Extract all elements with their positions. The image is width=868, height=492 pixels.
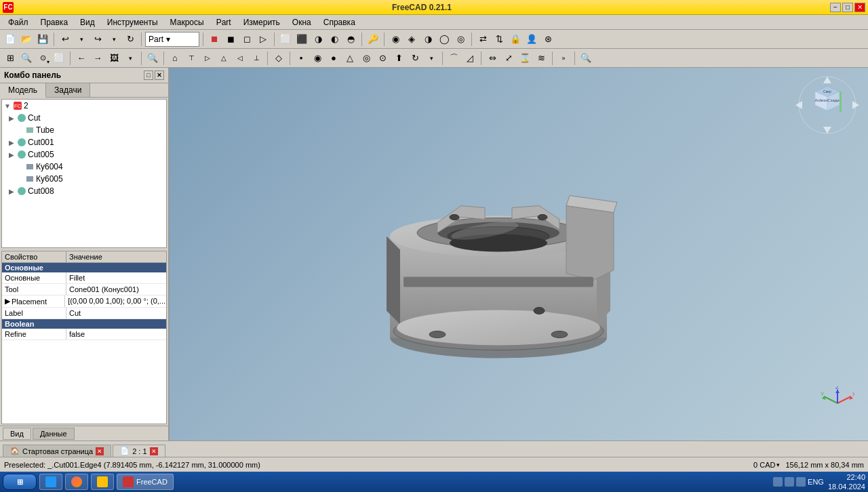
- tab-view[interactable]: Вид: [3, 428, 31, 440]
- tab-start-page[interactable]: 🏠 Стартовая страница ✕: [3, 445, 111, 457]
- overflow-btn[interactable]: »: [556, 51, 571, 66]
- chamfer-btn[interactable]: ◿: [462, 51, 477, 66]
- bool-btn3[interactable]: ◑: [420, 32, 435, 47]
- close-model-tab[interactable]: ✕: [150, 447, 158, 455]
- stop-button[interactable]: ⏹: [207, 32, 222, 47]
- view-btn2[interactable]: ⬛: [294, 32, 309, 47]
- workbench-dropdown[interactable]: Part ▾: [145, 32, 199, 47]
- combo-header-controls[interactable]: □ ✕: [144, 70, 164, 80]
- props-row-refine[interactable]: Refine false: [2, 329, 166, 340]
- props-row-tool[interactable]: Tool Cone001 (Конус001): [2, 284, 166, 295]
- menu-tools[interactable]: Инструменты: [102, 16, 163, 28]
- bool-btn2[interactable]: ◈: [404, 32, 419, 47]
- menu-windows[interactable]: Окна: [287, 16, 317, 28]
- tree-item-tube[interactable]: Tube: [2, 124, 166, 136]
- zoom-fit-button[interactable]: ⊞: [3, 51, 18, 66]
- menu-view[interactable]: Вид: [75, 16, 100, 28]
- bool-btn5[interactable]: ◎: [453, 32, 468, 47]
- extrude-btn[interactable]: ⬆: [391, 51, 406, 66]
- refresh-button[interactable]: ↻: [123, 32, 138, 47]
- 3d-view-button[interactable]: 🖼: [106, 51, 121, 66]
- toggle-cut005[interactable]: ▶: [7, 151, 16, 159]
- redo-dropdown[interactable]: ▾: [106, 32, 121, 47]
- taskbar-app-filemanager[interactable]: [91, 474, 114, 490]
- view-btn5[interactable]: ◓: [343, 32, 358, 47]
- view-btn1[interactable]: ⬜: [278, 32, 293, 47]
- view-home[interactable]: ⌂: [167, 51, 182, 66]
- zoom-btn[interactable]: 🔍: [145, 51, 160, 66]
- combo-close-button[interactable]: ✕: [155, 70, 164, 80]
- tab-model[interactable]: Модель: [0, 83, 46, 98]
- tube-btn[interactable]: ⊙: [375, 51, 390, 66]
- toggle-cut[interactable]: ▶: [7, 115, 16, 122]
- nav-btn1[interactable]: ⇄: [475, 32, 490, 47]
- props-row-osnovnye[interactable]: Основные Fillet: [2, 272, 166, 284]
- close-button[interactable]: ✕: [854, 3, 865, 12]
- menu-part[interactable]: Part: [211, 16, 237, 28]
- redo-button[interactable]: ↪: [90, 32, 105, 47]
- view-bottom[interactable]: ⊥: [249, 51, 264, 66]
- menu-edit[interactable]: Правка: [35, 16, 74, 28]
- tree-item-cut005[interactable]: ▶ Cut005: [2, 148, 166, 161]
- sphere-btn[interactable]: ●: [326, 51, 341, 66]
- misc-btn1[interactable]: 🔑: [366, 32, 380, 47]
- view-btn4[interactable]: ◐: [327, 32, 342, 47]
- tree-item-ky6005[interactable]: Ку6005: [2, 173, 166, 185]
- undo-button[interactable]: ↩: [58, 32, 73, 47]
- view-left[interactable]: ◁: [233, 51, 248, 66]
- start-button[interactable]: ⊞: [3, 474, 37, 490]
- tree-item-cut008[interactable]: ▶ Cut008: [2, 185, 166, 197]
- maximize-button[interactable]: □: [842, 3, 853, 12]
- snap-btn[interactable]: ◇: [271, 51, 286, 66]
- tab-tasks[interactable]: Задачи: [46, 83, 90, 97]
- save-button[interactable]: 💾: [35, 32, 50, 47]
- toggle-cut008[interactable]: ▶: [7, 188, 16, 195]
- tab-model-view[interactable]: 📄 2 : 1 ✕: [113, 445, 165, 457]
- taskbar-app-firefox[interactable]: [65, 474, 88, 490]
- menu-file[interactable]: Файл: [3, 16, 34, 28]
- tree-item-cut001[interactable]: ▶ Cut001: [2, 136, 166, 148]
- view-right[interactable]: ▷: [200, 51, 215, 66]
- nav-btn4[interactable]: 👤: [524, 32, 539, 47]
- back-button[interactable]: ←: [74, 51, 89, 66]
- toggle-cut001[interactable]: ▶: [7, 139, 16, 146]
- box-sel-button[interactable]: ⬜: [52, 51, 66, 66]
- menu-macros[interactable]: Макросы: [165, 16, 210, 28]
- revolve-btn[interactable]: ↻: [408, 51, 422, 66]
- tree-item-ky6004[interactable]: Ку6004: [2, 161, 166, 173]
- nav-btn5[interactable]: ⊛: [540, 32, 555, 47]
- window-controls[interactable]: − □ ✕: [830, 3, 865, 12]
- forward-button[interactable]: →: [90, 51, 105, 66]
- taskbar-app-freecad[interactable]: FreeCAD: [117, 474, 174, 490]
- cone-btn[interactable]: △: [342, 51, 357, 66]
- loft-btn[interactable]: ⌛: [517, 51, 532, 66]
- mirror-btn[interactable]: ⇔: [485, 51, 500, 66]
- fillet-btn[interactable]: ⌒: [446, 51, 461, 66]
- view-btn3[interactable]: ◑: [311, 32, 326, 47]
- combo-restore-button[interactable]: □: [144, 70, 153, 80]
- props-row-label[interactable]: Label Cut: [2, 308, 166, 319]
- bool-btn1[interactable]: ◉: [388, 32, 403, 47]
- view-front[interactable]: △: [216, 51, 231, 66]
- minimize-button[interactable]: −: [830, 3, 841, 12]
- part-btn3[interactable]: ▷: [256, 32, 271, 47]
- view-top[interactable]: ⊤: [184, 51, 199, 66]
- cad-dropdown[interactable]: ▾: [776, 462, 780, 468]
- tree-item-root[interactable]: ▼ FC 2: [2, 100, 166, 112]
- box-btn[interactable]: ▪: [294, 51, 309, 66]
- nav-cube[interactable]: Ardeso Сзади Свер: [793, 75, 861, 136]
- sweep-btn[interactable]: ≋: [534, 51, 549, 66]
- zoom-sel-button[interactable]: ⊙▾: [35, 51, 50, 66]
- part-btn1[interactable]: ◼: [223, 32, 238, 47]
- zoom-fit2-button[interactable]: 🔍: [19, 51, 34, 66]
- system-clock[interactable]: 22:40 18.04.2024: [828, 472, 865, 492]
- viewport-3d[interactable]: Ardeso Сзади Свер: [170, 68, 868, 440]
- cad-status[interactable]: 0 CAD ▾: [753, 461, 780, 469]
- tree-view[interactable]: ▼ FC 2 ▶ Cut Tube ▶ Cut001: [1, 99, 167, 248]
- taskbar-app-windows[interactable]: [39, 474, 62, 490]
- cyl-btn[interactable]: ◉: [310, 51, 325, 66]
- new-button[interactable]: 📄: [3, 32, 18, 47]
- bool-btn4[interactable]: ◯: [437, 32, 452, 47]
- nav-btn2[interactable]: ⇅: [492, 32, 507, 47]
- bool-dropdown[interactable]: ▾: [424, 51, 439, 66]
